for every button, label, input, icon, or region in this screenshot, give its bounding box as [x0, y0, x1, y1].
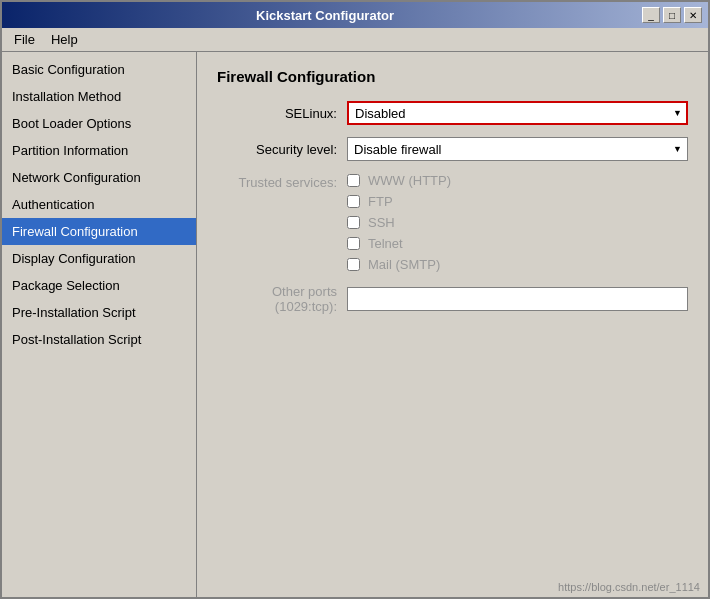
service-telnet-label: Telnet — [368, 236, 403, 251]
other-ports-label: Other ports (1029:tcp): — [217, 284, 347, 314]
service-ssh: SSH — [347, 215, 688, 230]
sidebar-item-installation-method[interactable]: Installation Method — [2, 83, 196, 110]
selinux-select-wrapper: Disabled Enforcing Permissive — [347, 101, 688, 125]
security-level-row: Security level: Disable firewall Enable … — [217, 137, 688, 161]
service-mail: Mail (SMTP) — [347, 257, 688, 272]
watermark: https://blog.csdn.net/er_1114 — [558, 581, 700, 593]
service-ssh-label: SSH — [368, 215, 395, 230]
sidebar-item-basic-configuration[interactable]: Basic Configuration — [2, 56, 196, 83]
selinux-row: SELinux: Disabled Enforcing Permissive — [217, 101, 688, 125]
service-ftp-label: FTP — [368, 194, 393, 209]
close-button[interactable]: ✕ — [684, 7, 702, 23]
security-level-control: Disable firewall Enable firewall — [347, 137, 688, 161]
service-telnet-checkbox[interactable] — [347, 237, 360, 250]
security-level-select-wrapper: Disable firewall Enable firewall — [347, 137, 688, 161]
service-mail-label: Mail (SMTP) — [368, 257, 440, 272]
main-panel: Firewall Configuration SELinux: Disabled… — [197, 52, 708, 597]
trusted-services-label: Trusted services: — [217, 173, 347, 272]
sidebar-item-network-configuration[interactable]: Network Configuration — [2, 164, 196, 191]
titlebar: Kickstart Configurator _ □ ✕ — [2, 2, 708, 28]
maximize-button[interactable]: □ — [663, 7, 681, 23]
selinux-label: SELinux: — [217, 106, 347, 121]
selinux-select[interactable]: Disabled Enforcing Permissive — [347, 101, 688, 125]
sidebar-item-post-installation-script[interactable]: Post-Installation Script — [2, 326, 196, 353]
selinux-control: Disabled Enforcing Permissive — [347, 101, 688, 125]
sidebar: Basic Configuration Installation Method … — [2, 52, 197, 597]
menubar: File Help — [2, 28, 708, 52]
service-www-checkbox[interactable] — [347, 174, 360, 187]
service-ssh-checkbox[interactable] — [347, 216, 360, 229]
service-ftp-checkbox[interactable] — [347, 195, 360, 208]
sidebar-item-package-selection[interactable]: Package Selection — [2, 272, 196, 299]
menu-file[interactable]: File — [6, 30, 43, 49]
sidebar-item-firewall-configuration[interactable]: Firewall Configuration — [2, 218, 196, 245]
service-www: WWW (HTTP) — [347, 173, 688, 188]
trusted-services-checkboxes: WWW (HTTP) FTP SSH Telnet — [347, 173, 688, 272]
service-ftp: FTP — [347, 194, 688, 209]
other-ports-section: Other ports (1029:tcp): — [217, 284, 688, 314]
minimize-button[interactable]: _ — [642, 7, 660, 23]
section-title: Firewall Configuration — [217, 68, 688, 85]
service-mail-checkbox[interactable] — [347, 258, 360, 271]
sidebar-item-boot-loader-options[interactable]: Boot Loader Options — [2, 110, 196, 137]
security-level-select[interactable]: Disable firewall Enable firewall — [347, 137, 688, 161]
service-telnet: Telnet — [347, 236, 688, 251]
content-area: Basic Configuration Installation Method … — [2, 52, 708, 597]
security-level-label: Security level: — [217, 142, 347, 157]
service-www-label: WWW (HTTP) — [368, 173, 451, 188]
other-ports-input-wrapper — [347, 287, 688, 311]
main-window: Kickstart Configurator _ □ ✕ File Help B… — [0, 0, 710, 599]
titlebar-controls: _ □ ✕ — [642, 7, 702, 23]
sidebar-item-partition-information[interactable]: Partition Information — [2, 137, 196, 164]
trusted-services-section: Trusted services: WWW (HTTP) FTP SSH — [217, 173, 688, 272]
menu-help[interactable]: Help — [43, 30, 86, 49]
sidebar-item-display-configuration[interactable]: Display Configuration — [2, 245, 196, 272]
sidebar-item-authentication[interactable]: Authentication — [2, 191, 196, 218]
window-title: Kickstart Configurator — [8, 8, 642, 23]
other-ports-input[interactable] — [347, 287, 688, 311]
sidebar-item-pre-installation-script[interactable]: Pre-Installation Script — [2, 299, 196, 326]
